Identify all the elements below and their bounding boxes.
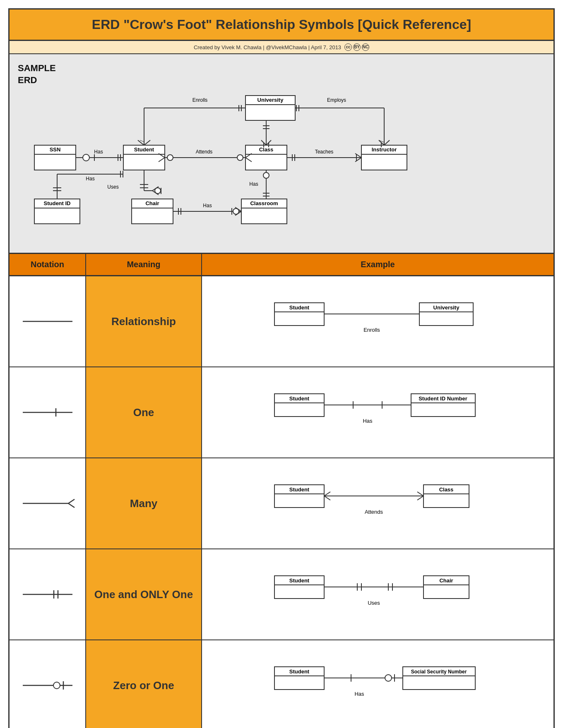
- by-icon: BY: [353, 43, 361, 51]
- svg-point-147: [53, 682, 60, 689]
- meaning-many: Many: [86, 458, 202, 548]
- example-svg-one: Student Student ID Number Has: [262, 386, 494, 439]
- svg-text:Uses: Uses: [368, 600, 380, 606]
- erd-section: SAMPLEERD SSN Student ID: [10, 54, 553, 254]
- cc-icons: cc BY NC: [344, 43, 369, 51]
- erd-diagram: SSN Student ID Student: [22, 62, 541, 240]
- col-meaning-header: Meaning: [86, 254, 202, 275]
- svg-text:Social Security Number: Social Security Number: [411, 669, 467, 675]
- svg-point-68: [233, 208, 239, 214]
- svg-text:Student: Student: [134, 146, 154, 153]
- entity-instructor: Instructor: [361, 145, 407, 170]
- svg-text:SSN: SSN: [50, 146, 61, 153]
- svg-point-51: [167, 155, 173, 160]
- svg-text:Attends: Attends: [196, 149, 213, 155]
- notation-one-only: [10, 549, 86, 639]
- example-svg-relationship: Student University Enrolls: [262, 295, 494, 348]
- svg-text:Teaches: Teaches: [315, 149, 334, 155]
- notation-svg-zero-one: [19, 675, 77, 696]
- notation-many: [10, 458, 86, 548]
- meaning-relationship: Relationship: [86, 276, 202, 366]
- svg-point-95: [263, 172, 269, 178]
- page-title: ERD "Crow's Foot" Relationship Symbols […: [18, 17, 545, 32]
- row-relationship: Relationship Student University Enrolls: [10, 276, 553, 367]
- example-svg-one-only: Student Chair Uses: [262, 568, 494, 621]
- ex-university-label: University: [433, 304, 460, 311]
- svg-point-157: [385, 675, 392, 681]
- svg-text:Attends: Attends: [364, 509, 383, 515]
- cc-icon: cc: [344, 43, 352, 51]
- credit-text: Created by Vivek M. Chawla | @VivekMChaw…: [194, 44, 341, 50]
- svg-point-52: [237, 155, 243, 160]
- svg-line-42: [140, 140, 144, 142]
- svg-text:Instructor: Instructor: [372, 146, 397, 153]
- svg-text:Has: Has: [203, 203, 212, 208]
- example-zero-one: Student Social Security Number Has: [202, 640, 553, 728]
- erd-svg: SSN Student ID Student: [22, 62, 544, 240]
- svg-point-60: [155, 188, 161, 194]
- notation-svg-one: [19, 402, 77, 423]
- example-many: Student Class Attends: [202, 458, 553, 548]
- svg-line-129: [324, 496, 330, 500]
- svg-line-128: [324, 492, 330, 496]
- svg-text:Student: Student: [289, 577, 309, 584]
- example-svg-many: Student Class Attends: [262, 477, 494, 530]
- ex-student-label: Student: [289, 304, 309, 311]
- svg-text:Enrolls: Enrolls: [192, 97, 208, 103]
- notation-one: [10, 367, 86, 457]
- entity-university: University: [245, 96, 295, 120]
- nc-icon: NC: [362, 43, 369, 51]
- svg-text:Has: Has: [86, 176, 94, 182]
- entity-student: Student: [123, 145, 165, 170]
- notation-relationship: [10, 276, 86, 366]
- meaning-label-one: One: [133, 406, 154, 419]
- notation-zero-one: [10, 640, 86, 728]
- entity-student-id: Student ID: [34, 199, 80, 224]
- title-bar: ERD "Crow's Foot" Relationship Symbols […: [10, 10, 553, 41]
- svg-text:Has: Has: [94, 149, 103, 155]
- col-example-header: Example: [202, 254, 553, 275]
- meaning-one: One: [86, 367, 202, 457]
- entity-ssn: SSN: [34, 145, 76, 170]
- ex-enrolls-label: Enrolls: [363, 327, 380, 333]
- entity-class: Class: [245, 145, 287, 170]
- example-one: Student Student ID Number Has: [202, 367, 553, 457]
- notation-svg-one-only: [19, 584, 77, 605]
- svg-line-40: [138, 140, 144, 145]
- entity-classroom: Classroom: [241, 199, 287, 224]
- svg-text:Has: Has: [249, 181, 258, 187]
- svg-text:Has: Has: [363, 418, 373, 424]
- row-many: Many Student Class Atte: [10, 458, 553, 549]
- main-container: ERD "Crow's Foot" Relationship Symbols […: [8, 8, 555, 728]
- entity-chair: Chair: [132, 199, 173, 224]
- svg-text:Student ID: Student ID: [44, 200, 71, 206]
- row-one-only: One and ONLY One Student Chair Use: [10, 549, 553, 640]
- svg-text:Classroom: Classroom: [250, 200, 278, 206]
- svg-text:Has: Has: [354, 691, 364, 697]
- svg-text:Class: Class: [439, 486, 453, 493]
- notation-svg-many: [19, 493, 77, 514]
- example-svg-zero-one: Student Social Security Number Has: [262, 659, 494, 712]
- row-zero-one: Zero or One Student Social Security Numb…: [10, 640, 553, 728]
- notation-svg-relationship: [19, 311, 77, 332]
- svg-text:Student: Student: [289, 668, 309, 675]
- svg-point-26: [83, 154, 89, 161]
- svg-text:Chair: Chair: [145, 200, 159, 206]
- meaning-zero-one: Zero or One: [86, 640, 202, 728]
- meaning-one-only: One and ONLY One: [86, 549, 202, 639]
- example-relationship: Student University Enrolls: [202, 276, 553, 366]
- svg-text:Uses: Uses: [107, 184, 118, 190]
- svg-line-118: [68, 503, 75, 508]
- svg-line-117: [68, 499, 75, 503]
- svg-text:University: University: [257, 97, 284, 103]
- meaning-label-many: Many: [130, 497, 157, 510]
- svg-text:Class: Class: [259, 146, 274, 153]
- col-notation-header: Notation: [10, 254, 86, 275]
- svg-text:Student ID Number: Student ID Number: [419, 395, 467, 402]
- svg-line-41: [144, 140, 150, 145]
- svg-text:Student: Student: [289, 486, 309, 493]
- svg-line-76: [384, 140, 390, 145]
- table-header: Notation Meaning Example: [10, 254, 553, 276]
- row-one: One Student Student ID Number Has: [10, 367, 553, 458]
- credit-bar: Created by Vivek M. Chawla | @VivekMChaw…: [10, 41, 553, 54]
